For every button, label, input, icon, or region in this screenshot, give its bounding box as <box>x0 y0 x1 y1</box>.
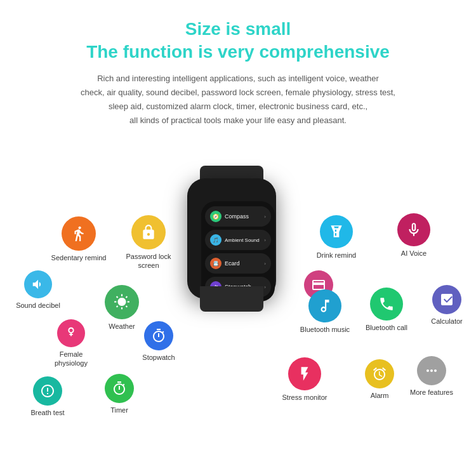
feature-calculator: Calculator <box>423 285 471 326</box>
title-line1: Size is small <box>0 18 476 41</box>
more-label: More features <box>410 388 453 397</box>
watch-band-bottom <box>200 286 263 312</box>
feature-timer: Timer <box>96 374 142 414</box>
header-description: Rich and interesting intelligent applica… <box>0 72 476 128</box>
title-line2: The function is very comprehensive <box>0 41 476 63</box>
feature-drink: Drink remind <box>311 215 362 260</box>
bt-music-icon <box>308 289 341 322</box>
stopwatch-left-icon <box>144 321 173 350</box>
feature-sound-decibel: Sound decibel <box>13 270 63 310</box>
feature-bt-music: Bluetooth music <box>298 289 352 334</box>
password-label: Password lock screen <box>119 252 178 270</box>
content-area: Sound decibel Sedentary remind Password … <box>0 140 476 451</box>
weather-icon <box>105 285 139 319</box>
timer-label: Timer <box>110 406 128 414</box>
watch-menu-compass: 🧭 Compass › <box>205 206 271 227</box>
weather-label: Weather <box>109 322 135 331</box>
feature-female: Female physiology <box>46 319 96 368</box>
calculator-label: Calculator <box>431 317 463 326</box>
female-label: Female physiology <box>46 350 96 368</box>
bt-music-label: Bluetooth music <box>300 325 350 334</box>
feature-more: More features <box>406 356 457 397</box>
breath-label: Breath test <box>30 408 64 417</box>
sound-decibel-icon <box>24 270 52 298</box>
feature-breath: Breath test <box>22 376 73 417</box>
password-icon <box>131 215 166 249</box>
drink-icon <box>320 215 353 248</box>
watch-menu-ecard: 📇 Ecard › <box>205 253 271 274</box>
female-icon <box>57 319 85 347</box>
feature-password: Password lock screen <box>119 215 178 270</box>
sound-decibel-label: Sound decibel <box>16 301 60 310</box>
breath-icon <box>33 376 62 406</box>
timer-icon <box>105 374 134 403</box>
page-wrapper: Size is small The function is very compr… <box>0 0 476 457</box>
watch-body: 🧭 Compass › 🎵 Ambient Sound › 📇 Ecard <box>187 178 276 299</box>
watch: 🧭 Compass › 🎵 Ambient Sound › 📇 Ecard <box>181 166 282 312</box>
more-icon <box>417 356 446 385</box>
feature-stress: Stress monitor <box>278 357 331 402</box>
feature-aivoice: AI Voice <box>388 213 439 258</box>
drink-label: Drink remind <box>317 251 356 260</box>
feature-alarm: Alarm <box>357 359 402 400</box>
bt-call-icon <box>370 288 403 321</box>
bt-call-label: Bluetooth call <box>366 323 407 332</box>
alarm-icon <box>365 359 394 388</box>
feature-bt-call: Bluetooth call <box>360 288 413 332</box>
stopwatch-left-label: Stopwatch <box>142 353 175 362</box>
aivoice-label: AI Voice <box>401 249 426 258</box>
feature-sedentary: Sedentary remind <box>51 216 107 262</box>
alarm-label: Alarm <box>371 391 389 400</box>
header: Size is small The function is very compr… <box>0 0 476 134</box>
watch-menu-ambient: 🎵 Ambient Sound › <box>205 230 271 250</box>
stress-label: Stress monitor <box>282 393 327 402</box>
aivoice-icon <box>397 213 430 246</box>
stress-icon <box>288 357 321 390</box>
feature-stopwatch-left: Stopwatch <box>133 321 184 362</box>
calculator-icon <box>432 285 461 314</box>
sedentary-icon <box>62 216 96 251</box>
sedentary-label: Sedentary remind <box>51 253 107 262</box>
